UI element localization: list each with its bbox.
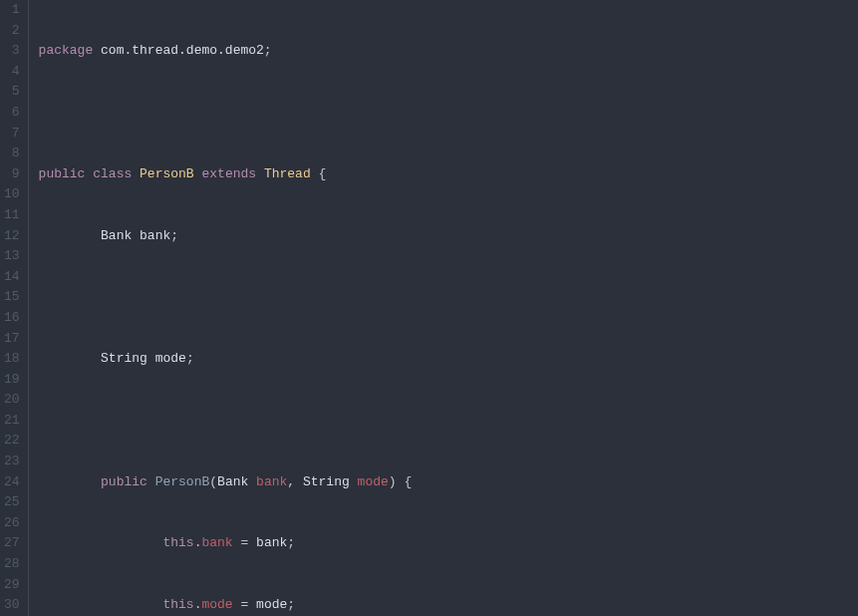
line-number: 18 [4, 349, 20, 370]
line-number: 6 [4, 103, 20, 124]
code-area[interactable]: package com.thread.demo.demo2; public cl… [29, 0, 858, 616]
line-number: 7 [4, 124, 20, 145]
line-number: 10 [4, 184, 20, 205]
line-number: 27 [4, 533, 20, 554]
line-number: 21 [4, 411, 20, 432]
code-line: public class PersonB extends Thread { [39, 164, 848, 185]
line-number: 26 [4, 513, 20, 534]
line-number: 25 [4, 492, 20, 513]
line-number: 24 [4, 472, 20, 493]
line-number: 1 [4, 0, 20, 21]
line-number: 17 [4, 329, 20, 350]
code-line: package com.thread.demo.demo2; [39, 41, 848, 62]
line-number: 8 [4, 144, 20, 164]
line-number: 4 [4, 62, 20, 83]
line-number: 14 [4, 267, 20, 288]
line-number: 3 [4, 41, 20, 62]
code-line [39, 411, 848, 432]
line-number: 30 [4, 595, 20, 616]
code-line: Bank bank; [39, 226, 848, 247]
line-number: 5 [4, 82, 20, 103]
code-editor: 1 2 3 4 5 6 7 8 9 10 11 12 13 14 15 16 1… [0, 0, 858, 616]
code-line: String mode; [39, 349, 848, 370]
line-number: 15 [4, 287, 20, 308]
line-number: 19 [4, 370, 20, 391]
line-number: 22 [4, 431, 20, 452]
line-number: 16 [4, 308, 20, 329]
line-number: 11 [4, 205, 20, 226]
line-number-gutter: 1 2 3 4 5 6 7 8 9 10 11 12 13 14 15 16 1… [0, 0, 29, 616]
line-number: 29 [4, 575, 20, 596]
line-number: 12 [4, 226, 20, 247]
code-line: this.bank = bank; [39, 533, 848, 554]
code-line [39, 287, 848, 308]
code-line: this.mode = mode; [39, 595, 848, 616]
code-line [39, 103, 848, 124]
line-number: 20 [4, 390, 20, 411]
line-number: 23 [4, 452, 20, 472]
line-number: 28 [4, 554, 20, 575]
code-line: public PersonB(Bank bank, String mode) { [39, 472, 848, 493]
line-number: 13 [4, 246, 20, 267]
line-number: 2 [4, 21, 20, 42]
line-number: 9 [4, 164, 20, 185]
